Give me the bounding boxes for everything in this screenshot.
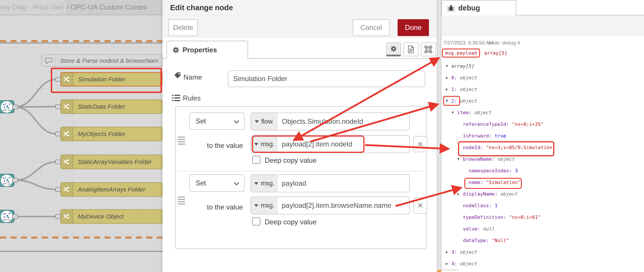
property-type-selector[interactable]: msg.: [251, 175, 278, 192]
cancel-button[interactable]: Cancel: [353, 19, 390, 36]
rule2-deep-copy-checkbox[interactable]: [252, 217, 260, 226]
message-timestamp: 7/27/2023, 5:30:50 AM: [443, 40, 493, 46]
svg-text:OPC UA: OPC UA: [3, 109, 11, 111]
deep-copy-label: Deep copy value: [265, 218, 317, 226]
tab-properties-label: Properties: [183, 46, 217, 54]
expand-icon[interactable]: [446, 87, 451, 91]
tab-debug[interactable]: debug: [441, 0, 516, 15]
rule2-action-select[interactable]: Set: [189, 174, 245, 192]
input-port[interactable]: [55, 187, 61, 192]
tree-row-nodeId: nodeId: "ns=3;s=85/0:Simulation": [446, 142, 555, 153]
caret-down-icon: [254, 204, 258, 207]
collapse-icon[interactable]: [457, 157, 463, 161]
rule1-value: payload[2].item.nodeId: [278, 140, 352, 148]
property-type-selector[interactable]: flow.: [251, 113, 278, 130]
workspace-tab-prius[interactable]: ery Diag - Prius Gen 4: [1, 3, 69, 11]
expand-icon[interactable]: [446, 262, 451, 266]
comment-icon: [42, 55, 56, 66]
change-node-analogitemarrays-folder[interactable]: AnalogItemArrays Folder: [60, 182, 163, 197]
change-node-mydevice-object[interactable]: MyDevice Object: [60, 209, 163, 224]
msg-payload-path[interactable]: msg.payload: [442, 49, 480, 58]
debug-message-list[interactable]: 7/27/2023, 5:30:50 AM node: debug 4 msg.…: [441, 35, 644, 272]
rule2-value-input[interactable]: msg. payload[2].item.browseName.name: [250, 196, 410, 214]
svg-text:OPC UA: OPC UA: [3, 183, 11, 185]
rule2-value: payload[2].item.browseName.name: [278, 201, 392, 210]
rules-list-icon: [172, 94, 180, 102]
value-type-selector[interactable]: msg.: [251, 197, 278, 214]
sidebar-resize-grip[interactable]: [437, 270, 441, 272]
expand-icon[interactable]: [446, 76, 451, 80]
rules-label: Rules: [183, 94, 201, 102]
caret-down-icon: [254, 143, 258, 146]
done-button[interactable]: Done: [398, 19, 429, 36]
node-red-app: Store & Parse nodeId & browseNam OPC UA …: [0, 0, 644, 272]
rule1-value-input[interactable]: msg. payload[2].item.nodeId: [250, 135, 410, 153]
comment-node[interactable]: Store & Parse nodeId & browseNam: [42, 54, 163, 67]
tree-row: array[5]: [446, 60, 555, 72]
rule1-property-value: Objects.Simulation.nodeId: [278, 117, 363, 126]
rule-separator: [177, 171, 424, 171]
svg-text:OPC UA: OPC UA: [3, 219, 11, 221]
selection-frame-icon: [425, 46, 432, 53]
value-type-selector[interactable]: msg.: [251, 136, 278, 153]
input-port[interactable]: [55, 132, 61, 136]
input-port[interactable]: [55, 214, 61, 219]
input-port[interactable]: [55, 160, 61, 164]
edit-change-node-dialog: Edit change node Delete Cancel Done Prop…: [163, 0, 437, 272]
expand-icon[interactable]: [446, 250, 451, 254]
change-node-myobjects-folder[interactable]: MyObjects Folder: [60, 127, 163, 141]
tree-row-referenceTypeId: referenceTypeId: "ns=0;i=35": [446, 118, 555, 130]
delete-button[interactable]: Delete: [168, 19, 198, 36]
tree-row: 1: object: [446, 83, 555, 95]
tree-row-index-2: 2: object: [446, 95, 555, 107]
comment-label: Store & Parse nodeId & browseNam: [60, 55, 158, 66]
rule1-remove-button[interactable]: ×: [413, 136, 427, 152]
tree-row-displayName: displayName: object: [446, 188, 555, 200]
input-port[interactable]: [55, 77, 61, 82]
tree-row-name: name: "Simulation": [446, 176, 555, 188]
output-port[interactable]: [12, 178, 18, 182]
change-node-staticarrayvariables-folder[interactable]: StaticArrayVariables Folder: [60, 155, 163, 169]
input-port[interactable]: [55, 104, 61, 109]
properties-section-button[interactable]: [386, 42, 401, 56]
collapse-icon[interactable]: [452, 110, 457, 114]
message-source-node: node: debug 4: [488, 40, 520, 46]
tab-properties[interactable]: Properties: [166, 41, 248, 59]
caret-down-icon: [255, 120, 259, 123]
rule2-property-input[interactable]: msg. payload: [250, 174, 410, 192]
flow-canvas[interactable]: Store & Parse nodeId & browseNam OPC UA …: [0, 0, 163, 272]
document-icon: [408, 46, 414, 53]
appearance-section-button[interactable]: [421, 42, 436, 56]
collapse-icon[interactable]: [446, 64, 451, 68]
to-the-value-label: to the value: [207, 203, 243, 211]
change-node-simulation-folder[interactable]: Simulation Folder: [60, 72, 163, 87]
message-path-row: msg.payload array[5]: [442, 48, 507, 58]
output-port[interactable]: [12, 214, 18, 219]
rule-drag-handle[interactable]: [178, 137, 185, 145]
opcua-node-icon: OPC UA: [1, 175, 12, 186]
description-section-button[interactable]: [403, 42, 418, 56]
tree-row-item: item: object: [446, 107, 555, 118]
expand-icon[interactable]: [457, 192, 463, 196]
msg-payload-type: array[5]: [484, 50, 507, 56]
rule1-deep-copy-checkbox[interactable]: [252, 156, 260, 164]
debug-toolbar: [441, 15, 644, 35]
rule1-action-select[interactable]: Set: [189, 112, 245, 130]
rule2-remove-button[interactable]: ×: [413, 197, 427, 214]
rule-drag-handle[interactable]: [178, 196, 185, 205]
rule1-property-input[interactable]: flow. Objects.Simulation.nodeId: [250, 112, 410, 130]
node-label: MyObjects Folder: [78, 127, 126, 141]
sidebar-resize-handle[interactable]: [437, 0, 441, 272]
tag-icon: [174, 71, 182, 80]
debug-sidebar: debug 7/27/2023, 5:30:50 AM node: debug …: [441, 0, 644, 272]
workspace-tab-bar: ery Diag - Prius Gen 4 OPC-UA Custom Con…: [0, 0, 163, 15]
json-tree: array[5] 0: object 1: object 2: object i…: [446, 60, 555, 269]
name-input[interactable]: [228, 70, 425, 87]
node-label: StaticArrayVariables Folder: [78, 155, 152, 169]
change-node-icon: [61, 100, 73, 113]
change-node-staticdata-folder[interactable]: StaticData Folder: [60, 99, 163, 114]
debug-footer-border: [441, 270, 459, 270]
output-port[interactable]: [12, 105, 18, 109]
collapse-icon[interactable]: [446, 99, 451, 103]
workspace-tab-opcua[interactable]: OPC-UA Custom Contex: [71, 3, 147, 11]
